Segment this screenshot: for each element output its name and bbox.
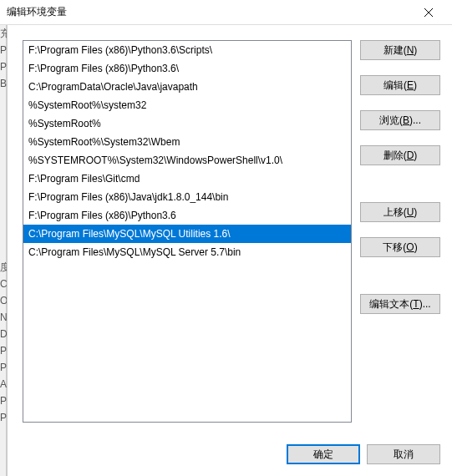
list-item[interactable]: %SystemRoot%\system32 bbox=[23, 96, 351, 114]
side-buttons: 新建(N) 编辑(E) 浏览(B)... 删除(D) 上移(U) 下移(O) bbox=[360, 40, 440, 423]
delete-button[interactable]: 删除(D) bbox=[360, 145, 440, 165]
footer-buttons: 确定 取消 bbox=[287, 444, 440, 464]
list-item[interactable]: F:\Program Files (x86)\Python3.6\ bbox=[23, 59, 351, 78]
list-item[interactable]: F:\Program Files (x86)\Python3.6 bbox=[23, 206, 351, 225]
list-item[interactable]: C:\ProgramData\Oracle\Java\javapath bbox=[23, 78, 351, 96]
ok-button[interactable]: 确定 bbox=[287, 444, 360, 464]
list-item[interactable]: F:\Program Files (x86)\Python3.6\Scripts… bbox=[23, 41, 351, 59]
list-item[interactable]: %SystemRoot%\System32\Wbem bbox=[23, 133, 351, 151]
edit-text-button[interactable]: 编辑文本(T)... bbox=[360, 294, 440, 314]
list-item[interactable]: C:\Program Files\MySQL\MySQL Utilities 1… bbox=[23, 225, 351, 243]
titlebar: 编辑环境变量 bbox=[0, 0, 452, 25]
dialog-body: F:\Program Files (x86)\Python3.6\Scripts… bbox=[7, 25, 452, 476]
path-listbox[interactable]: F:\Program Files (x86)\Python3.6\Scripts… bbox=[23, 40, 352, 423]
cancel-button[interactable]: 取消 bbox=[367, 444, 440, 464]
list-item[interactable]: %SystemRoot% bbox=[23, 114, 351, 133]
edit-button[interactable]: 编辑(E) bbox=[360, 75, 440, 95]
close-button[interactable] bbox=[412, 0, 445, 25]
window-title: 编辑环境变量 bbox=[7, 5, 412, 19]
close-icon bbox=[424, 8, 433, 17]
browse-button[interactable]: 浏览(B)... bbox=[360, 110, 440, 130]
list-item[interactable]: C:\Program Files\MySQL\MySQL Server 5.7\… bbox=[23, 243, 351, 261]
new-button[interactable]: 新建(N) bbox=[360, 40, 440, 60]
list-item[interactable]: F:\Program Files\Git\cmd bbox=[23, 170, 351, 188]
move-up-button[interactable]: 上移(U) bbox=[360, 202, 440, 222]
list-item[interactable]: F:\Program Files (x86)\Java\jdk1.8.0_144… bbox=[23, 188, 351, 206]
list-item[interactable]: %SYSTEMROOT%\System32\WindowsPowerShell\… bbox=[23, 151, 351, 170]
move-down-button[interactable]: 下移(O) bbox=[360, 237, 440, 257]
